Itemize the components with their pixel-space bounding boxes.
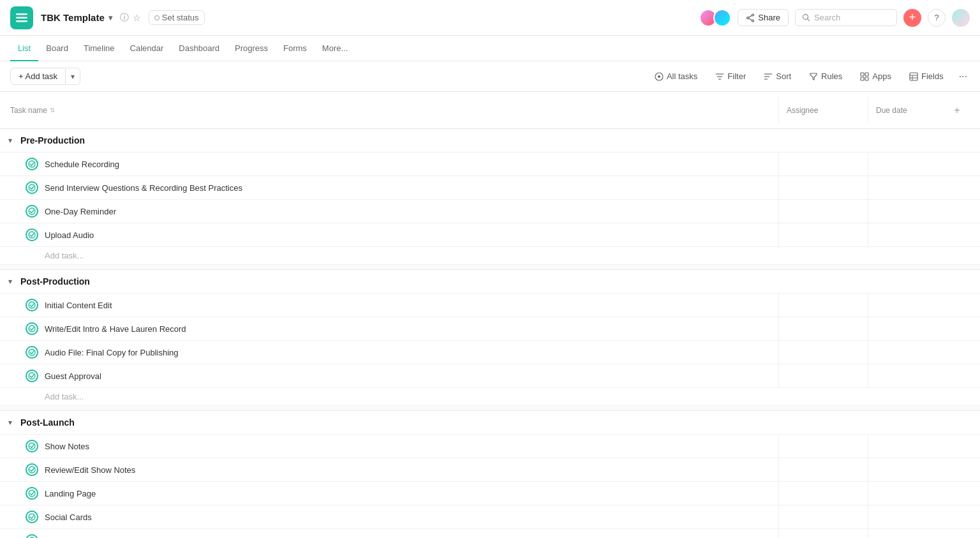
task-check-icon[interactable] [26,346,38,359]
task-duedate [868,364,944,387]
tab-progress-label: Progress [235,43,268,53]
checkmark-icon [28,348,36,356]
task-duedate [868,505,944,528]
table-row[interactable]: Upload Audio [0,223,980,247]
svg-rect-1 [16,17,27,19]
task-check-icon[interactable] [26,487,38,500]
fields-button[interactable]: Fields [904,69,949,84]
table-row[interactable]: Audio File: Final Copy for Publishing [0,341,980,364]
task-check-icon[interactable] [26,322,38,335]
set-status-button[interactable]: Set status [149,10,205,25]
tab-more[interactable]: More... [315,36,355,61]
svg-point-3 [752,14,754,16]
tab-forms[interactable]: Forms [276,36,315,61]
task-check-icon[interactable] [26,440,38,452]
user-avatar[interactable] [952,9,970,27]
project-icons: ⓘ ☆ [120,12,141,24]
all-tasks-button[interactable]: All tasks [650,69,702,84]
header-right: Share Search + ? [699,9,970,27]
group-chevron-icon: ▾ [5,136,15,145]
star-icon[interactable]: ☆ [133,13,141,23]
add-task-main[interactable]: + Add task [11,68,65,84]
svg-line-7 [749,18,752,20]
table-row[interactable]: Write/Edit Intro & Have Lauren Record [0,317,980,341]
tab-calendar[interactable]: Calendar [122,36,172,61]
table-row[interactable]: Initial Content Edit [0,294,980,317]
checkmark-icon [28,513,36,521]
share-button[interactable]: Share [738,9,789,26]
apps-button[interactable]: Apps [855,69,896,84]
checkmark-icon [28,442,36,450]
info-icon[interactable]: ⓘ [120,12,129,24]
col-task-label: Task name [10,106,47,115]
sort-button[interactable]: Sort [759,69,796,84]
col-add-header[interactable]: + [944,105,970,116]
menu-button[interactable] [10,6,33,29]
col-task-sort-icon[interactable]: ⇅ [50,107,55,114]
table-row[interactable]: One-Day Reminder [0,200,980,223]
tab-list[interactable]: List [10,36,38,61]
group-header-post-production[interactable]: ▾ Post-Production [0,270,980,294]
table-row[interactable]: Review/Edit Show Notes [0,458,980,482]
svg-point-5 [747,17,749,19]
table-row[interactable]: Remind Guest About Episode Launch [0,529,980,538]
task-name: Upload Audio [45,230,778,240]
help-button[interactable]: ? [928,9,946,27]
task-name: Landing Page [45,489,778,498]
table-row[interactable]: Show Notes [0,435,980,458]
table-row[interactable]: Send Interview Questions & Recording Bes… [0,176,980,200]
table-row[interactable]: Schedule Recording [0,153,980,176]
group-name-post-production: Post-Production [20,276,90,287]
toolbar-right: All tasks Filter Sort Rules [650,68,970,85]
task-check-icon[interactable] [26,205,38,218]
more-options-button[interactable]: ··· [956,68,970,85]
avatar-2[interactable] [713,9,731,27]
search-icon [802,13,810,22]
group-header-pre-production[interactable]: ▾ Pre-Production [0,129,980,153]
task-assignee [778,294,868,317]
task-duedate [868,341,944,364]
task-check-icon[interactable] [26,158,38,170]
task-check-icon[interactable] [26,181,38,194]
project-chevron-icon[interactable]: ▾ [108,13,112,22]
search-placeholder: Search [814,13,840,22]
table-row[interactable]: Landing Page [0,482,980,505]
svg-line-9 [808,19,810,22]
add-task-dropdown-icon[interactable]: ▾ [65,69,80,84]
task-check-icon[interactable] [26,511,38,523]
task-name: Social Cards [45,512,778,522]
add-task-row-pre-production[interactable]: Add task... [0,247,980,265]
task-assignee [778,529,868,538]
tab-progress[interactable]: Progress [227,36,276,61]
table-header: Task name ⇅ Assignee Due date + [0,92,980,129]
task-check-icon[interactable] [26,299,38,311]
tab-board[interactable]: Board [38,36,76,61]
group-name-pre-production: Pre-Production [20,135,85,146]
tab-dashboard-label: Dashboard [179,43,219,53]
add-button[interactable]: + [903,9,921,27]
checkmark-icon [28,466,36,474]
group-header-post-launch[interactable]: ▾ Post-Launch [0,411,980,435]
col-duedate-label: Due date [876,106,907,115]
filter-button[interactable]: Filter [710,69,751,84]
task-check-icon[interactable] [26,534,38,538]
task-duedate [868,529,944,538]
svg-point-8 [803,15,808,20]
task-list: ▾ Pre-Production Schedule Recording Send… [0,129,980,538]
tab-dashboard[interactable]: Dashboard [171,36,227,61]
add-task-button[interactable]: + Add task ▾ [10,68,80,85]
search-box[interactable]: Search [795,9,897,26]
add-task-row-post-production[interactable]: Add task... [0,388,980,406]
checkmark-icon [28,325,36,333]
table-row[interactable]: Social Cards [0,505,980,529]
rules-button[interactable]: Rules [804,69,847,84]
svg-point-11 [658,75,660,78]
task-check-icon[interactable] [26,228,38,241]
table-row[interactable]: Guest Approval [0,364,980,388]
task-check-icon[interactable] [26,370,38,382]
rules-icon [809,72,818,81]
task-check-icon[interactable] [26,463,38,476]
toolbar: + Add task ▾ All tasks Filter [0,61,980,92]
tab-timeline[interactable]: Timeline [76,36,122,61]
task-assignee [778,458,868,481]
